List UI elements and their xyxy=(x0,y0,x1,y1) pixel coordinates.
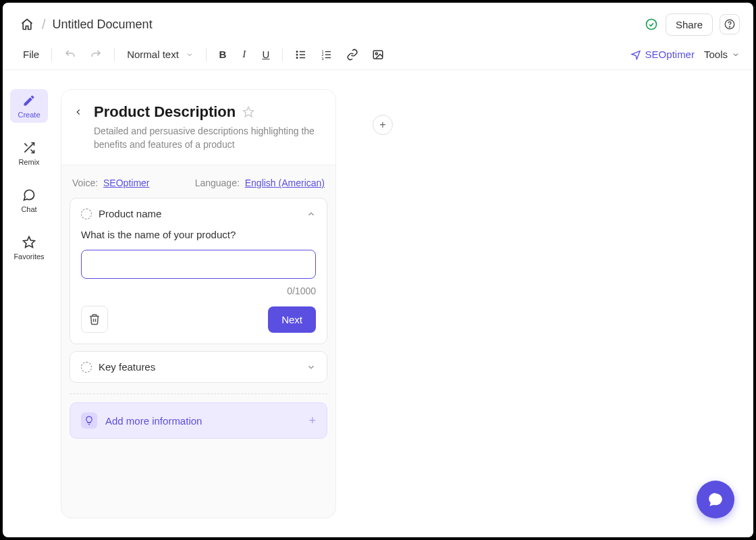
add-more-label: Add more information xyxy=(105,415,300,427)
svg-point-3 xyxy=(296,51,298,52)
nav-label: Remix xyxy=(18,158,39,166)
chat-fab-button[interactable] xyxy=(697,481,734,518)
question-label: What is the name of your product? xyxy=(81,229,316,240)
svg-text:3: 3 xyxy=(321,56,323,60)
back-button[interactable] xyxy=(74,107,87,121)
bullet-list-button[interactable] xyxy=(290,45,313,65)
nav-label: Create xyxy=(18,111,40,119)
voice-label: Voice: xyxy=(72,178,98,188)
section-header[interactable]: Key features xyxy=(70,352,327,382)
product-name-input[interactable] xyxy=(81,250,316,279)
panel-subtitle: Detailed and persuasive descriptions hig… xyxy=(94,125,319,151)
key-features-section: Key features xyxy=(70,351,327,383)
star-icon xyxy=(22,235,36,250)
pencil-icon xyxy=(22,93,36,108)
favorite-toggle-icon[interactable] xyxy=(242,106,254,118)
bold-button[interactable]: B xyxy=(213,45,232,65)
plus-icon: + xyxy=(308,414,316,428)
svg-point-16 xyxy=(375,53,377,55)
italic-button[interactable]: I xyxy=(235,45,254,65)
status-ok-icon xyxy=(644,17,659,32)
section-header[interactable]: Product name xyxy=(70,198,327,229)
progress-circle-icon xyxy=(81,362,92,373)
svg-point-2 xyxy=(729,26,730,27)
document-title[interactable]: Untitled Document xyxy=(53,18,153,32)
chevron-up-icon xyxy=(306,209,316,219)
underline-button[interactable]: U xyxy=(256,45,275,65)
svg-point-4 xyxy=(296,54,298,55)
svg-point-0 xyxy=(646,20,656,30)
numbered-list-button[interactable]: 123 xyxy=(315,45,338,65)
file-menu[interactable]: File xyxy=(18,45,45,65)
language-select[interactable]: English (American) xyxy=(245,178,325,188)
divider xyxy=(70,394,327,394)
nav-label: Chat xyxy=(21,205,36,213)
svg-marker-18 xyxy=(244,107,254,117)
lightbulb-icon xyxy=(81,412,97,429)
char-counter: 0/1000 xyxy=(81,286,316,296)
nav-chat[interactable]: Chat xyxy=(10,184,48,217)
panel-title: Product Description xyxy=(94,103,236,121)
breadcrumb-separator: / xyxy=(42,17,46,32)
language-label: Language: xyxy=(195,178,240,188)
seoptimer-link[interactable]: SEOptimer xyxy=(630,49,695,60)
separator xyxy=(282,48,283,61)
separator xyxy=(114,48,115,61)
voice-select[interactable]: SEOptimer xyxy=(103,178,149,188)
help-icon[interactable] xyxy=(720,14,740,34)
product-name-section: Product name What is the name of your pr… xyxy=(70,198,327,344)
delete-button[interactable] xyxy=(81,306,108,333)
section-title: Product name xyxy=(99,208,300,219)
svg-point-5 xyxy=(296,57,298,58)
section-title: Key features xyxy=(99,361,300,373)
share-button[interactable]: Share xyxy=(666,14,713,36)
image-button[interactable] xyxy=(367,45,389,65)
shuffle-icon xyxy=(22,140,36,155)
svg-marker-17 xyxy=(24,237,35,248)
chevron-down-icon xyxy=(306,362,316,372)
next-button[interactable]: Next xyxy=(268,306,316,333)
nav-label: Favorites xyxy=(14,252,44,261)
separator xyxy=(51,48,52,61)
create-panel: Product Description Detailed and persuas… xyxy=(61,89,336,518)
separator xyxy=(206,48,207,61)
add-block-button[interactable]: + xyxy=(373,115,393,135)
nav-remix[interactable]: Remix xyxy=(10,136,48,170)
progress-circle-icon xyxy=(81,209,92,219)
nav-create[interactable]: Create xyxy=(10,89,48,123)
text-style-select[interactable]: Normal text xyxy=(122,46,199,63)
home-icon[interactable] xyxy=(18,15,36,34)
undo-button[interactable] xyxy=(59,45,82,65)
chat-icon xyxy=(22,188,36,202)
redo-button[interactable] xyxy=(84,45,107,65)
add-more-info-button[interactable]: Add more information + xyxy=(70,402,327,439)
tools-menu[interactable]: Tools xyxy=(704,49,740,60)
link-button[interactable] xyxy=(341,45,364,65)
nav-favorites[interactable]: Favorites xyxy=(10,231,48,265)
